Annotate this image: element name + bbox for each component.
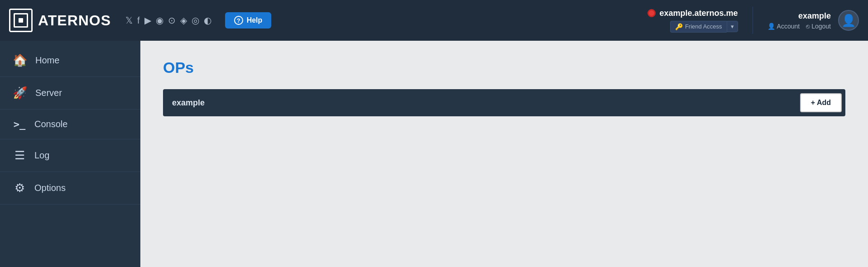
help-label: Help bbox=[247, 16, 263, 24]
header: ATERNOS 𝕏 f ▶ ◉ ⊙ ◈ ◎ ◐ ? Help example.a… bbox=[0, 0, 868, 41]
youtube-icon[interactable]: ▶ bbox=[144, 15, 151, 26]
username-display: example bbox=[798, 11, 831, 21]
ops-row: example + Add bbox=[163, 89, 845, 116]
help-button[interactable]: ? Help bbox=[225, 12, 272, 29]
sidebar-item-log[interactable]: ☰ Log bbox=[0, 139, 140, 172]
ops-player-name: example bbox=[172, 98, 796, 108]
account-logout-links: example 👤 Account ⎋ Logout bbox=[767, 11, 831, 30]
friend-access-dropdown-button[interactable]: ▾ bbox=[727, 21, 738, 32]
avatar: 👤 bbox=[838, 10, 859, 31]
sidebar-item-server[interactable]: 🚀 Server bbox=[0, 77, 140, 110]
logo-area: ATERNOS bbox=[9, 9, 111, 32]
twitter-icon[interactable]: 𝕏 bbox=[125, 15, 133, 26]
sidebar-item-options-label: Options bbox=[34, 183, 66, 193]
console-icon: >_ bbox=[13, 119, 26, 130]
header-divider bbox=[753, 7, 753, 34]
account-icon: 👤 bbox=[767, 23, 775, 30]
sidebar-item-home[interactable]: 🏠 Home bbox=[0, 44, 140, 77]
user-area: example 👤 Account ⎋ Logout 👤 bbox=[767, 10, 859, 31]
page-title: OPs bbox=[163, 59, 845, 76]
layout: 🏠 Home 🚀 Server >_ Console ☰ Log ⚙ Optio… bbox=[0, 41, 868, 267]
logout-link[interactable]: ⎋ Logout bbox=[806, 23, 831, 30]
teamspeak-icon[interactable]: ◎ bbox=[192, 15, 199, 26]
log-icon: ☰ bbox=[13, 148, 26, 162]
logo-text: ATERNOS bbox=[38, 12, 111, 29]
logo-box bbox=[9, 9, 33, 32]
sidebar-item-log-label: Log bbox=[34, 150, 49, 161]
logout-icon: ⎋ bbox=[806, 23, 810, 30]
logo-inner bbox=[14, 13, 28, 28]
sidebar-item-server-label: Server bbox=[35, 88, 62, 98]
github-icon[interactable]: ◐ bbox=[204, 15, 211, 26]
facebook-icon[interactable]: f bbox=[137, 15, 140, 26]
add-button[interactable]: + Add bbox=[800, 93, 842, 112]
sidebar-item-home-label: Home bbox=[35, 55, 59, 66]
main-content: OPs example + Add bbox=[140, 41, 868, 267]
server-address: example.aternos.me bbox=[659, 9, 738, 18]
server-status-dot bbox=[647, 9, 656, 17]
logo-dot bbox=[19, 18, 23, 23]
sidebar-item-console[interactable]: >_ Console bbox=[0, 110, 140, 139]
friend-access-label: Friend Access bbox=[685, 23, 722, 30]
instagram-icon[interactable]: ◉ bbox=[156, 15, 163, 26]
server-icon: 🚀 bbox=[13, 86, 27, 100]
social-icons: 𝕏 f ▶ ◉ ⊙ ◈ ◎ ◐ bbox=[125, 15, 211, 26]
friend-access-area: 🔑 Friend Access ▾ bbox=[670, 21, 738, 33]
sidebar-item-options[interactable]: ⚙ Options bbox=[0, 172, 140, 205]
account-label: Account bbox=[777, 23, 800, 30]
logout-label: Logout bbox=[811, 23, 831, 30]
help-question-mark: ? bbox=[234, 16, 243, 25]
avatar-icon: 👤 bbox=[841, 14, 856, 28]
sidebar-item-console-label: Console bbox=[34, 119, 67, 129]
discord-icon[interactable]: ◈ bbox=[180, 15, 187, 26]
sidebar: 🏠 Home 🚀 Server >_ Console ☰ Log ⚙ Optio… bbox=[0, 41, 140, 267]
friend-access-button[interactable]: 🔑 Friend Access bbox=[670, 21, 727, 33]
home-icon: 🏠 bbox=[13, 53, 27, 67]
options-icon: ⚙ bbox=[13, 181, 26, 195]
key-icon: 🔑 bbox=[675, 23, 683, 30]
server-info: example.aternos.me 🔑 Friend Access ▾ bbox=[647, 9, 738, 33]
account-link[interactable]: 👤 Account bbox=[767, 23, 800, 30]
reddit-icon[interactable]: ⊙ bbox=[168, 15, 176, 26]
